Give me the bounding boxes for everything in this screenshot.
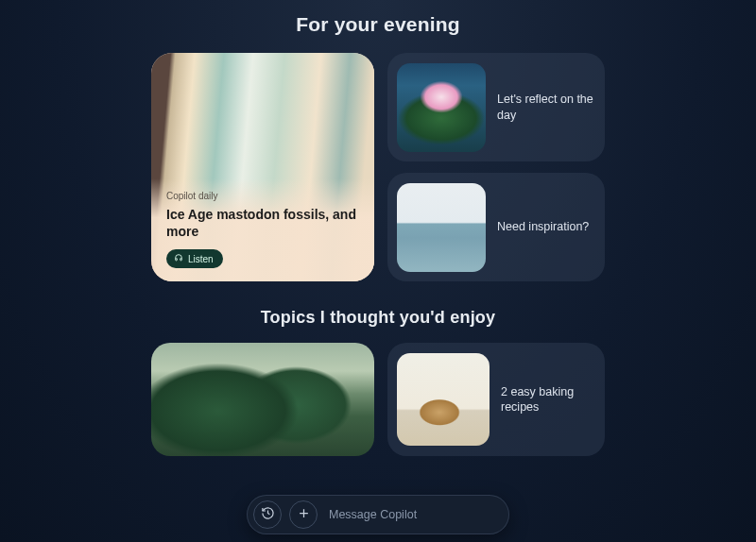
history-button[interactable]: [253, 500, 282, 529]
topics-row: 2 easy baking recipes: [151, 343, 605, 456]
side-card-reflect[interactable]: Let's reflect on the day: [387, 53, 605, 161]
listen-label: Listen: [188, 254, 214, 264]
plus-icon: [297, 506, 311, 523]
section-title-topics: Topics I thought you'd enjoy: [151, 308, 605, 328]
section-title-evening: For your evening: [151, 13, 605, 36]
hero-eyebrow: Copilot daily: [166, 191, 359, 201]
add-button[interactable]: [289, 500, 318, 529]
side-card-label: Let's reflect on the day: [497, 92, 595, 123]
side-card-inspiration[interactable]: Need inspiration?: [387, 173, 605, 281]
hero-headline: Ice Age mastodon fossils, and more: [166, 207, 359, 240]
evening-side-column: Let's reflect on the day Need inspiratio…: [387, 53, 605, 281]
hero-content: Copilot daily Ice Age mastodon fossils, …: [166, 191, 359, 268]
side-card-label: Need inspiration?: [497, 219, 589, 234]
headphones-icon: [174, 253, 183, 264]
sea-thumbnail: [397, 183, 486, 272]
composer-bar: [247, 495, 509, 534]
topic-card-baking[interactable]: 2 easy baking recipes: [387, 343, 605, 456]
bread-thumbnail: [397, 353, 490, 446]
topic-card-label: 2 easy baking recipes: [501, 384, 595, 415]
evening-row: Copilot daily Ice Age mastodon fossils, …: [151, 53, 605, 281]
message-input[interactable]: [325, 508, 467, 521]
hero-card[interactable]: Copilot daily Ice Age mastodon fossils, …: [151, 53, 374, 281]
topic-card-large[interactable]: [151, 343, 374, 456]
listen-button[interactable]: Listen: [166, 249, 223, 268]
lotus-thumbnail: [397, 63, 486, 152]
history-icon: [261, 506, 275, 523]
mic-button[interactable]: [474, 500, 503, 529]
